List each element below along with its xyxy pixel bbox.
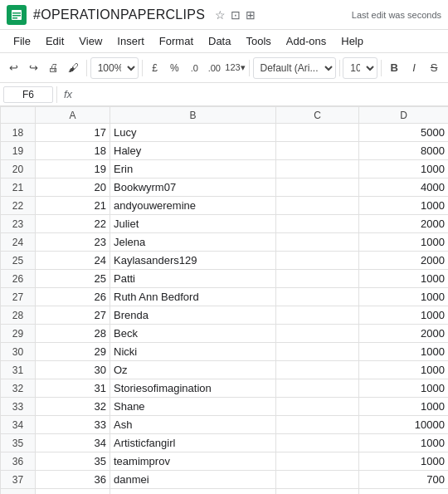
percent-button[interactable]: % — [165, 57, 183, 79]
menu-edit[interactable]: Edit — [39, 32, 71, 50]
cell-b[interactable]: andyouweremine — [110, 197, 276, 215]
cell-b[interactable]: Erin — [110, 160, 276, 179]
undo-button[interactable]: ↩ — [5, 57, 23, 79]
cell-a[interactable]: 25 — [36, 270, 110, 288]
cell-d[interactable]: 5000 — [359, 124, 449, 142]
cell-b[interactable]: teamimprov — [110, 452, 276, 471]
cell-c[interactable] — [276, 306, 359, 325]
cell-d[interactable]: 1000 — [359, 379, 449, 398]
cell-d[interactable]: 1000 — [359, 270, 449, 288]
table-row[interactable]: 3231Storiesofimagination1000 — [1, 379, 449, 398]
cell-c[interactable] — [276, 270, 359, 288]
cell-d[interactable]: 1000 — [359, 343, 449, 361]
cell-c[interactable] — [276, 233, 359, 252]
cell-c[interactable] — [276, 288, 359, 306]
cell-a[interactable]: 32 — [36, 398, 110, 416]
cell-d[interactable]: 4000 — [359, 179, 449, 197]
cell-b[interactable]: Haley — [110, 142, 276, 160]
cell-a[interactable]: 34 — [36, 434, 110, 452]
cell-a[interactable]: 30 — [36, 361, 110, 379]
cell-a[interactable]: 28 — [36, 325, 110, 343]
italic-button[interactable]: I — [405, 57, 423, 79]
cell-d[interactable]: 1000 — [359, 452, 449, 471]
cell-b[interactable]: Patti — [110, 270, 276, 288]
cell-a[interactable]: 31 — [36, 379, 110, 398]
menu-view[interactable]: View — [72, 32, 109, 50]
cell-b[interactable]: Bookwyrm07 — [110, 179, 276, 197]
cell-d[interactable]: 1000 — [359, 306, 449, 325]
cell-c[interactable] — [276, 416, 359, 434]
cell-a[interactable]: 35 — [36, 452, 110, 471]
cell-d[interactable]: 2000 — [359, 325, 449, 343]
cell-a[interactable]: 29 — [36, 343, 110, 361]
table-row[interactable]: 3736danmei700 — [1, 471, 449, 489]
cell-b[interactable]: Juliet — [110, 215, 276, 233]
cell-a[interactable]: 24 — [36, 252, 110, 270]
cell-c[interactable] — [276, 452, 359, 471]
table-row[interactable]: 1817Lucy5000 — [1, 124, 449, 142]
cell-d[interactable]: 1000 — [359, 398, 449, 416]
menu-tools[interactable]: Tools — [239, 32, 277, 50]
paint-format-button[interactable]: 🖌 — [65, 57, 83, 79]
cell-d[interactable]: 8000 — [359, 142, 449, 160]
menu-format[interactable]: Format — [153, 32, 200, 50]
cell-c[interactable] — [276, 325, 359, 343]
cell-a[interactable]: 22 — [36, 215, 110, 233]
number-format-button[interactable]: 123▾ — [225, 57, 245, 79]
cell-c[interactable] — [276, 252, 359, 270]
cell-d[interactable]: 1000 — [359, 288, 449, 306]
cell-d[interactable]: 2000 — [359, 252, 449, 270]
currency-button[interactable]: £ — [146, 57, 164, 79]
cell-c[interactable] — [276, 160, 359, 179]
table-row[interactable]: 3635teamimprov1000 — [1, 452, 449, 471]
cell-c[interactable] — [276, 471, 359, 489]
cell-a[interactable]: 20 — [36, 179, 110, 197]
table-row[interactable]: 2726Ruth Ann Bedford1000 — [1, 288, 449, 306]
cell-b[interactable]: Ash — [110, 416, 276, 434]
table-row[interactable]: 2221andyouweremine1000 — [1, 197, 449, 215]
font-select[interactable]: Default (Ari... — [253, 57, 336, 79]
decimal-increase-button[interactable]: .00 — [205, 57, 223, 79]
cell-d[interactable]: 1000 — [359, 160, 449, 179]
table-row[interactable]: 2625Patti1000 — [1, 270, 449, 288]
cell-d[interactable]: 1000 — [359, 233, 449, 252]
menu-addons[interactable]: Add-ons — [280, 32, 333, 50]
table-row[interactable]: 2322Juliet2000 — [1, 215, 449, 233]
cell-a[interactable]: 23 — [36, 233, 110, 252]
table-row[interactable]: 3433Ash10000 — [1, 416, 449, 434]
table-row[interactable]: 2827Brenda1000 — [1, 306, 449, 325]
cell-b[interactable]: danmei — [110, 471, 276, 489]
cell-b[interactable]: Kaylasanders129 — [110, 252, 276, 270]
cell-a[interactable]: 19 — [36, 160, 110, 179]
cell-a[interactable]: 33 — [36, 416, 110, 434]
cell-c[interactable] — [276, 361, 359, 379]
cell-b[interactable]: Artisticfangirl — [110, 434, 276, 452]
strikethrough-button[interactable]: S — [425, 57, 443, 79]
table-row[interactable]: 1918Haley8000 — [1, 142, 449, 160]
cell-b[interactable]: Nicki — [110, 343, 276, 361]
table-row[interactable]: 2019Erin1000 — [1, 160, 449, 179]
cell-a[interactable]: 21 — [36, 197, 110, 215]
cell-b[interactable]: Oz — [110, 361, 276, 379]
map-icon[interactable]: ⊞ — [246, 8, 256, 22]
cell-b[interactable]: Brenda — [110, 306, 276, 325]
cell-c[interactable] — [276, 379, 359, 398]
cell-d[interactable]: 1000 — [359, 361, 449, 379]
table-row[interactable]: 2120Bookwyrm074000 — [1, 179, 449, 197]
cell-b[interactable]: Lucy — [110, 124, 276, 142]
decimal-decrease-button[interactable]: .0 — [185, 57, 203, 79]
cell-a[interactable]: 36 — [36, 471, 110, 489]
cell-c[interactable] — [276, 179, 359, 197]
menu-insert[interactable]: Insert — [110, 32, 151, 50]
cell-c[interactable] — [276, 398, 359, 416]
cloud-icon[interactable]: ⊡ — [231, 8, 241, 22]
cell-c[interactable] — [276, 343, 359, 361]
cell-d[interactable]: 700 — [359, 471, 449, 489]
cell-reference-input[interactable] — [3, 86, 53, 103]
print-button[interactable]: 🖨 — [45, 57, 63, 79]
redo-button[interactable]: ↪ — [25, 57, 43, 79]
menu-file[interactable]: File — [7, 32, 37, 50]
empty-row[interactable]: 38 — [1, 489, 449, 495]
cell-b[interactable]: Jelena — [110, 233, 276, 252]
cell-d[interactable]: 2000 — [359, 215, 449, 233]
